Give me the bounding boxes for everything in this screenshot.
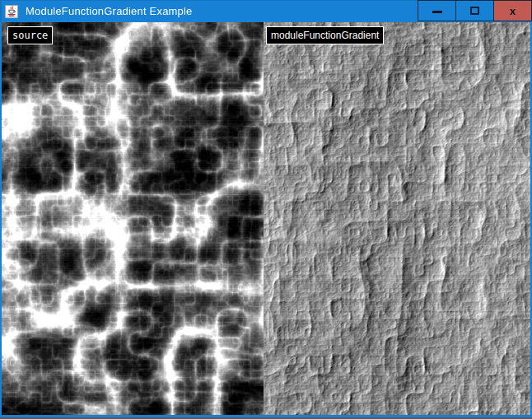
maximize-icon [470,7,479,15]
titlebar[interactable]: ModuleFunctionGradient Example x [0,0,532,22]
java-coffee-cup-icon [5,5,18,18]
minimize-button[interactable] [418,0,456,21]
close-icon: x [510,6,516,16]
source-panel: source [2,22,264,415]
source-texture-canvas [2,22,264,415]
gradient-texture-canvas [264,22,530,415]
minimize-icon [432,11,442,13]
gradient-label: moduleFunctionGradient [266,26,384,44]
gradient-panel: moduleFunctionGradient [264,22,530,415]
content-area: source moduleFunctionGradient [0,22,532,415]
close-button[interactable]: x [493,0,532,21]
maximize-button[interactable] [455,0,494,21]
app-window: ModuleFunctionGradient Example x source … [0,0,532,419]
window-controls: x [418,0,532,21]
window-title: ModuleFunctionGradient Example [26,0,193,22]
source-label: source [7,26,53,44]
